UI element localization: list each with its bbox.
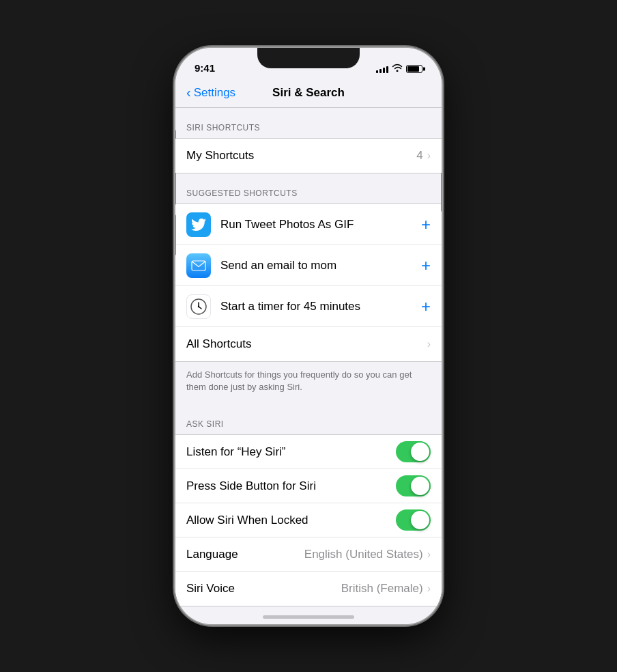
tweet-shortcut-label: Run Tweet Photos As GIF xyxy=(220,218,421,232)
suggested-shortcuts-header: SUGGESTED SHORTCUTS xyxy=(175,173,442,204)
language-value: English (United States) xyxy=(304,548,423,561)
back-label: Settings xyxy=(194,86,235,100)
signal-bar-1 xyxy=(376,70,378,73)
my-shortcuts-group: My Shortcuts 4 › xyxy=(175,138,442,173)
svg-rect-0 xyxy=(192,261,205,270)
siri-voice-chevron-icon: › xyxy=(427,583,431,595)
ask-siri-group: Listen for “Hey Siri” Press Side Button … xyxy=(175,434,442,606)
status-time: 9:41 xyxy=(195,62,215,74)
side-button-siri-item: Press Side Button for Siri xyxy=(175,469,442,503)
battery-fill xyxy=(407,66,419,72)
siri-voice-label: Siri Voice xyxy=(186,582,341,596)
timer-shortcut-label: Start a timer for 45 minutes xyxy=(220,300,421,313)
email-shortcut-label: Send an email to mom xyxy=(220,259,421,272)
twitter-icon xyxy=(186,212,211,237)
status-icons xyxy=(376,64,422,74)
my-shortcuts-item[interactable]: My Shortcuts 4 › xyxy=(175,139,442,173)
siri-locked-label: Allow Siri When Locked xyxy=(186,514,396,527)
signal-bar-2 xyxy=(379,69,382,73)
toggle-knob-2 xyxy=(411,477,429,495)
language-chevron-icon: › xyxy=(427,548,431,561)
toggle-knob xyxy=(411,443,429,461)
signal-bar-4 xyxy=(386,66,388,73)
my-shortcuts-label: My Shortcuts xyxy=(186,149,416,163)
siri-voice-item[interactable]: Siri Voice British (Female) › xyxy=(175,572,442,606)
back-button[interactable]: ‹ Settings xyxy=(186,86,235,100)
shortcuts-description: Add Shortcuts for things you frequently … xyxy=(175,362,442,404)
side-button-siri-toggle[interactable] xyxy=(396,475,431,496)
toggle-knob-3 xyxy=(411,511,429,529)
phone-frame: 9:41 ‹ Settings xyxy=(175,48,442,624)
shortcut-item-timer: Start a timer for 45 minutes + xyxy=(175,286,442,327)
wifi-icon xyxy=(392,64,403,74)
all-shortcuts-item[interactable]: All Shortcuts › xyxy=(175,327,442,361)
siri-locked-toggle[interactable] xyxy=(396,509,431,531)
nav-bar: ‹ Settings Siri & Search xyxy=(175,78,442,108)
signal-bar-3 xyxy=(383,68,385,73)
shortcut-item-tweet: Run Tweet Photos As GIF + xyxy=(175,204,442,245)
suggested-shortcuts-group: Run Tweet Photos As GIF + Send an email … xyxy=(175,204,442,362)
ask-siri-header: ASK SIRI xyxy=(175,404,442,434)
volume-down-button[interactable] xyxy=(175,214,176,255)
settings-content: SIRI SHORTCUTS My Shortcuts 4 › SUGGESTE… xyxy=(175,108,442,624)
siri-locked-item: Allow Siri When Locked xyxy=(175,503,442,537)
hey-siri-label: Listen for “Hey Siri” xyxy=(186,445,396,459)
side-button-siri-label: Press Side Button for Siri xyxy=(186,479,396,493)
email-shortcut-add-button[interactable]: + xyxy=(421,257,431,274)
svg-point-4 xyxy=(198,305,199,307)
hey-siri-item: Listen for “Hey Siri” xyxy=(175,435,442,469)
hey-siri-toggle[interactable] xyxy=(396,441,431,462)
shortcut-item-email: Send an email to mom + xyxy=(175,245,442,286)
siri-voice-value: British (Female) xyxy=(341,582,423,596)
mail-icon xyxy=(186,253,211,278)
battery-icon xyxy=(406,65,422,73)
tweet-shortcut-add-button[interactable]: + xyxy=(421,216,431,233)
all-shortcuts-label: All Shortcuts xyxy=(186,337,427,351)
home-indicator xyxy=(263,615,354,619)
notch xyxy=(257,48,360,68)
timer-shortcut-add-button[interactable]: + xyxy=(421,298,431,315)
nav-title: Siri & Search xyxy=(272,86,345,100)
my-shortcuts-count: 4 xyxy=(416,149,422,163)
language-label: Language xyxy=(186,548,304,561)
signal-bars-icon xyxy=(376,65,388,73)
my-shortcuts-chevron-icon: › xyxy=(427,150,431,162)
clock-icon xyxy=(186,294,211,319)
all-shortcuts-chevron-icon: › xyxy=(427,338,431,350)
back-chevron-icon: ‹ xyxy=(186,85,191,99)
language-item[interactable]: Language English (United States) › xyxy=(175,537,442,572)
siri-shortcuts-header: SIRI SHORTCUTS xyxy=(175,108,442,138)
